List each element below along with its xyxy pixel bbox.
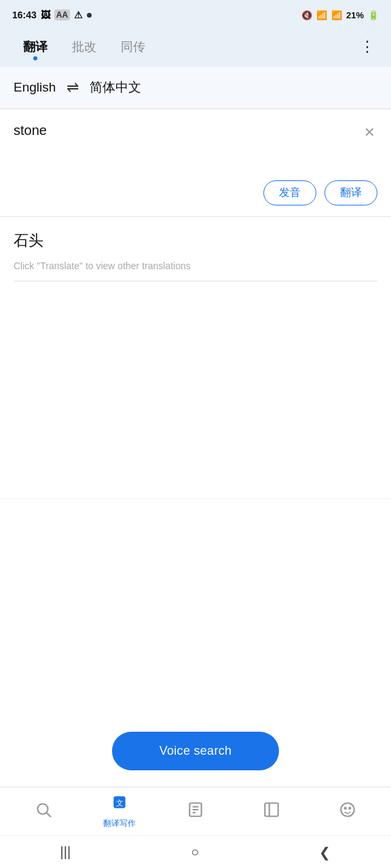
language-bar: English ⇌ 简体中文 [0, 66, 391, 109]
notes-icon [187, 801, 204, 823]
input-actions: 发音 翻译 [14, 180, 377, 208]
mute-icon: 🔇 [301, 10, 312, 20]
svg-point-11 [345, 807, 346, 808]
input-area: ✕ 发音 翻译 [0, 109, 391, 217]
dot-icon [87, 13, 92, 18]
face-icon [339, 801, 356, 823]
battery-text: 21% [346, 10, 364, 20]
more-menu-button[interactable]: ⋮ [354, 35, 380, 58]
voice-search-area: Voice search [0, 710, 391, 787]
svg-rect-8 [265, 803, 278, 816]
tab-simultaneous[interactable]: 同传 [109, 36, 157, 58]
bottom-nav-translate-write[interactable]: 文 翻译写作 [92, 793, 147, 829]
swap-language-button[interactable]: ⇌ [67, 79, 79, 96]
status-time: 16:43 [12, 9, 37, 20]
svg-point-12 [349, 807, 350, 808]
gallery-icon: 🖼 [41, 9, 50, 20]
book-icon [263, 801, 280, 823]
status-right: 🔇 📶 📶 21% 🔋 [301, 10, 379, 20]
signal-icon: 📶 [331, 10, 342, 20]
warning-icon: ⚠ [74, 9, 83, 20]
recents-button[interactable]: ||| [47, 839, 85, 865]
bottom-nav-profile[interactable] [320, 801, 375, 823]
clear-input-button[interactable]: ✕ [360, 123, 379, 142]
translate-write-label: 翻译写作 [103, 818, 136, 829]
bottom-nav: 文 翻译写作 [0, 787, 391, 835]
svg-point-10 [341, 803, 354, 816]
svg-line-1 [47, 812, 51, 816]
status-left: 16:43 🖼 AA ⚠ [12, 9, 92, 20]
spacer [0, 499, 391, 711]
bottom-nav-search[interactable] [16, 801, 71, 823]
wifi-icon: 📶 [316, 10, 327, 20]
source-language[interactable]: English [14, 80, 56, 95]
pronounce-button[interactable]: 发音 [263, 180, 316, 205]
output-area: 石头 Click "Translate" to view other trans… [0, 217, 391, 499]
target-language[interactable]: 简体中文 [90, 79, 141, 96]
svg-text:文: 文 [116, 799, 124, 807]
top-nav: 翻译 批改 同传 ⋮ [0, 30, 391, 66]
bottom-nav-notes[interactable] [168, 801, 223, 823]
back-button[interactable]: ❮ [305, 839, 344, 866]
translation-result: 石头 [14, 231, 377, 251]
status-bar: 16:43 🖼 AA ⚠ 🔇 📶 📶 21% 🔋 [0, 0, 391, 30]
search-icon [35, 801, 52, 823]
aa-icon: AA [54, 9, 70, 20]
voice-search-button[interactable]: Voice search [112, 732, 280, 770]
bottom-nav-book[interactable] [244, 801, 299, 823]
translation-input[interactable] [14, 123, 341, 170]
svg-point-0 [37, 804, 48, 814]
system-nav-bar: ||| ○ ❮ [0, 835, 391, 868]
translation-hint: Click "Translate" to view other translat… [14, 260, 377, 281]
battery-icon: 🔋 [368, 10, 379, 20]
home-button[interactable]: ○ [177, 839, 212, 865]
translate-button[interactable]: 翻译 [324, 180, 377, 205]
tab-revise[interactable]: 批改 [60, 36, 109, 58]
translate-write-icon: 文 [111, 793, 128, 815]
tab-translate[interactable]: 翻译 [11, 36, 60, 58]
